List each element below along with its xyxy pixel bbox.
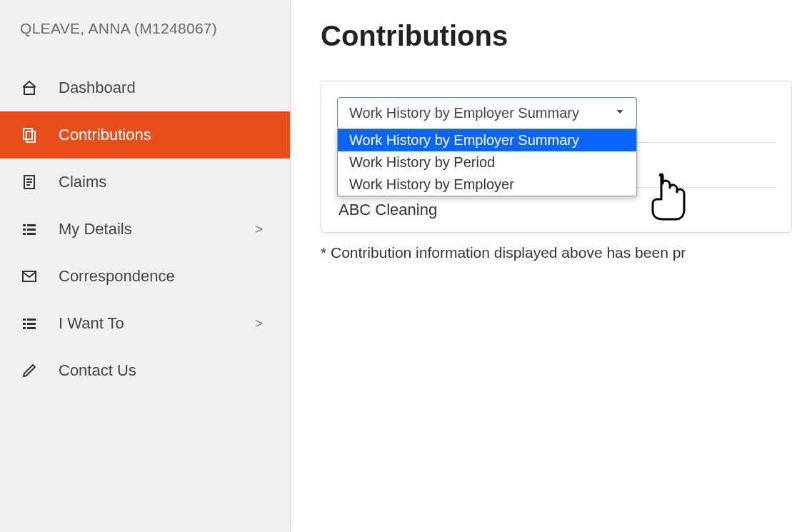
page-title: Contributions [321, 20, 792, 52]
svg-rect-14 [23, 318, 26, 321]
svg-rect-1 [24, 129, 32, 139]
pencil-icon [20, 361, 39, 380]
home-icon [20, 79, 39, 97]
list-icon [20, 220, 39, 239]
sidebar-item-contact-us[interactable]: Contact Us [0, 347, 290, 394]
filter-option-period[interactable]: Work History by Period [338, 151, 636, 174]
sidebar-item-claims[interactable]: Claims [0, 159, 290, 206]
filter-option-employer-summary[interactable]: Work History by Employer Summary [338, 129, 636, 151]
sidebar-item-label: Contributions [59, 126, 270, 144]
sidebar-item-dashboard[interactable]: Dashboard [0, 64, 290, 111]
list-icon [20, 314, 39, 333]
main-content: Contributions Work History by Employer S… [291, 0, 792, 532]
filter-select-wrap: Work History by Employer Summary Work Hi… [337, 97, 637, 129]
sidebar-item-label: I Want To [59, 314, 255, 333]
contribution-footnote: * Contribution information displayed abo… [321, 244, 792, 261]
copy-icon [20, 126, 39, 144]
svg-rect-19 [27, 327, 36, 329]
sidebar-item-correspondence[interactable]: Correspondence [0, 253, 290, 300]
chevron-right-icon: > [255, 222, 263, 237]
sidebar-nav: Dashboard Contributions [0, 64, 290, 394]
svg-rect-12 [27, 233, 36, 235]
sidebar-item-label: Claims [59, 173, 270, 191]
sidebar-item-label: My Details [59, 220, 255, 239]
svg-rect-16 [23, 323, 26, 325]
svg-rect-10 [27, 229, 36, 231]
svg-rect-0 [24, 87, 34, 94]
sidebar-item-i-want-to[interactable]: I Want To > [0, 300, 290, 347]
svg-rect-7 [23, 224, 26, 226]
svg-rect-17 [27, 323, 36, 325]
sidebar-item-contributions[interactable]: Contributions [0, 111, 290, 159]
user-header: QLEAVE, ANNA (M1248067) [0, 20, 290, 46]
filter-select[interactable]: Work History by Employer Summary [337, 97, 637, 129]
sidebar-item-label: Contact Us [59, 361, 270, 380]
contributions-card: Work History by Employer Summary Work Hi… [321, 81, 792, 233]
svg-rect-18 [23, 327, 26, 329]
filter-dropdown: Work History by Employer Summary Work Hi… [337, 129, 637, 196]
filter-selected-value: Work History by Employer Summary [349, 105, 579, 121]
chevron-right-icon: > [255, 316, 263, 331]
sidebar-item-label: Dashboard [59, 79, 270, 97]
user-display-name: QLEAVE, ANNA (M1248067) [20, 20, 270, 37]
sidebar-item-my-details[interactable]: My Details > [0, 206, 290, 253]
sidebar-item-label: Correspondence [59, 267, 270, 286]
svg-rect-8 [27, 224, 36, 226]
mail-icon [20, 267, 39, 286]
svg-rect-15 [27, 318, 36, 321]
svg-rect-9 [23, 229, 26, 231]
svg-rect-2 [26, 131, 35, 142]
sidebar: QLEAVE, ANNA (M1248067) Dashboard [0, 0, 291, 532]
filter-option-employer[interactable]: Work History by Employer [338, 174, 636, 196]
document-icon [20, 173, 39, 191]
chevron-down-icon [613, 105, 626, 121]
svg-rect-11 [23, 233, 26, 235]
